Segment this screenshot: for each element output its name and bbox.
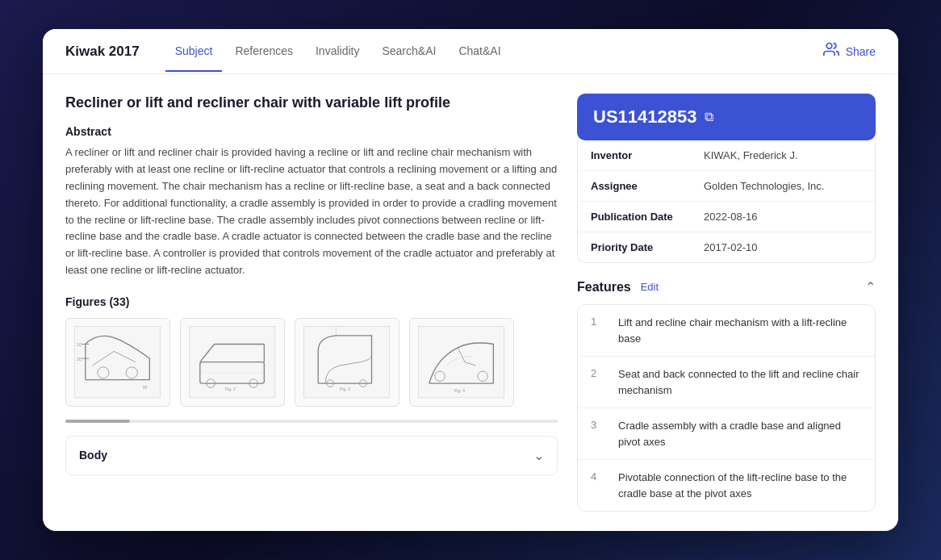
feature-row-2: 2 Seat and back connected to the lift an… <box>578 357 875 408</box>
svg-text:Fig. 2: Fig. 2 <box>225 387 236 391</box>
edit-link[interactable]: Edit <box>641 281 659 293</box>
tab-invalidity[interactable]: Invalidity <box>306 31 369 72</box>
meta-table: Inventor KIWAK, Frederick J. Assignee Go… <box>577 140 876 263</box>
figure-image-4: Fig. 4 <box>410 319 513 406</box>
svg-text:20: 20 <box>77 357 82 361</box>
feature-row-1: 1 Lift and recline chair mechanism with … <box>578 305 875 357</box>
feature-text-1: Lift and recline chair mechanism with a … <box>618 315 862 346</box>
figure-card-1[interactable]: 10 20 30 <box>65 318 170 407</box>
chevron-down-icon: ⌄ <box>533 448 544 463</box>
meta-value-priority: 2017-02-10 <box>704 241 758 253</box>
svg-rect-28 <box>419 327 504 398</box>
meta-row-pubdate: Publication Date 2022-08-16 <box>578 202 875 232</box>
meta-row-inventor: Inventor KIWAK, Frederick J. <box>578 140 875 171</box>
app-title: Kiwak 2017 <box>65 44 140 60</box>
patent-id-card[interactable]: US11412853 ⧉ <box>577 94 876 140</box>
svg-text:30: 30 <box>143 385 148 390</box>
svg-text:10: 10 <box>77 342 82 347</box>
meta-row-assignee: Assignee Golden Technologies, Inc. <box>578 171 875 202</box>
feature-num-4: 4 <box>591 470 605 483</box>
right-panel: US11412853 ⧉ Inventor KIWAK, Frederick J… <box>577 94 876 512</box>
tab-subject[interactable]: Subject <box>165 31 223 72</box>
figure-card-2[interactable]: Fig. 2 <box>180 318 285 407</box>
figure-image-1: 10 20 30 <box>66 319 169 406</box>
meta-value-inventor: KIWAK, Frederick J. <box>704 149 798 161</box>
collapse-icon[interactable]: ⌃ <box>865 279 876 295</box>
svg-text:Fig. 4: Fig. 4 <box>454 388 465 393</box>
patent-title: Recliner or lift and recliner chair with… <box>65 94 558 112</box>
share-button[interactable]: Share <box>823 41 876 61</box>
scroll-thumb <box>65 420 130 423</box>
feature-text-4: Pivotable connection of the lift-recline… <box>618 470 862 501</box>
left-panel: Recliner or lift and recliner chair with… <box>65 94 558 512</box>
body-section[interactable]: Body ⌄ <box>65 436 558 475</box>
tab-chatai[interactable]: Chat&AI <box>449 31 510 72</box>
figures-scroll: 10 20 30 <box>65 318 558 416</box>
figures-header: Figures (33) <box>65 295 558 308</box>
svg-rect-1 <box>75 327 161 398</box>
scroll-track <box>65 420 558 423</box>
abstract-label: Abstract <box>65 125 558 138</box>
header: Kiwak 2017 Subject References Invalidity… <box>43 29 898 74</box>
meta-key-pubdate: Publication Date <box>591 211 704 223</box>
tab-searchai[interactable]: Search&AI <box>372 31 445 72</box>
feature-num-3: 3 <box>591 418 605 431</box>
feature-row-4: 4 Pivotable connection of the lift-recli… <box>578 460 875 511</box>
tab-references[interactable]: References <box>225 31 303 72</box>
svg-point-0 <box>826 44 832 49</box>
figure-card-4[interactable]: Fig. 4 <box>409 318 514 407</box>
features-title-group: Features Edit <box>577 280 659 295</box>
main-window: Kiwak 2017 Subject References Invalidity… <box>43 29 898 531</box>
body-section-label: Body <box>79 449 107 462</box>
feature-row-3: 3 Cradle assembly with a cradle base and… <box>578 408 875 460</box>
figure-image-3: Fig. 3 <box>295 319 399 406</box>
meta-value-assignee: Golden Technologies, Inc. <box>704 180 824 192</box>
external-link-icon: ⧉ <box>705 110 713 124</box>
figure-image-2: Fig. 2 <box>181 319 284 406</box>
meta-row-priority: Priority Date 2017-02-10 <box>578 232 875 262</box>
feature-num-1: 1 <box>591 315 605 328</box>
feature-text-3: Cradle assembly with a cradle base and a… <box>618 418 862 449</box>
nav-tabs: Subject References Invalidity Search&AI … <box>165 31 823 71</box>
main-content: Recliner or lift and recliner chair with… <box>43 74 898 531</box>
meta-value-pubdate: 2022-08-16 <box>704 211 758 223</box>
feature-text-2: Seat and back connected to the lift and … <box>618 366 862 398</box>
feature-num-2: 2 <box>591 366 605 379</box>
meta-key-assignee: Assignee <box>591 180 704 192</box>
patent-id: US11412853 <box>593 107 696 127</box>
features-list: 1 Lift and recline chair mechanism with … <box>577 304 876 512</box>
abstract-text: A recliner or lift and recliner chair is… <box>65 144 558 278</box>
share-label: Share <box>846 45 876 58</box>
svg-text:Fig. 3: Fig. 3 <box>340 387 350 391</box>
meta-key-priority: Priority Date <box>591 241 704 253</box>
share-icon <box>823 41 839 61</box>
features-header: Features Edit ⌃ <box>577 279 876 295</box>
figure-card-3[interactable]: Fig. 3 <box>295 318 399 407</box>
meta-key-inventor: Inventor <box>591 149 704 161</box>
features-title: Features <box>577 280 631 295</box>
